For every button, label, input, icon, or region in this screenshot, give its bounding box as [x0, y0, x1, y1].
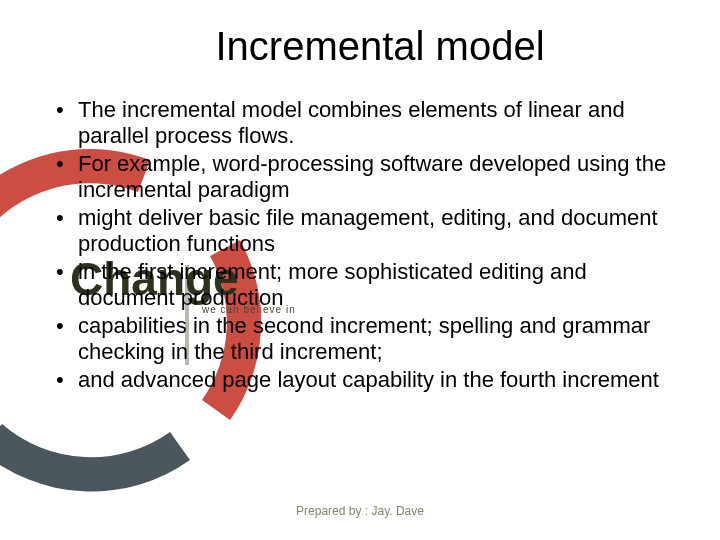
bullet-item: might deliver basic file management, edi… — [56, 205, 680, 257]
bullet-item: capabilities in the second increment; sp… — [56, 313, 680, 365]
footer-text: Prepared by : Jay. Dave — [0, 504, 720, 518]
bullet-item: and advanced page layout capability in t… — [56, 367, 680, 393]
bullet-item: in the first increment; more sophisticat… — [56, 259, 680, 311]
slide-title: Incremental model — [0, 24, 720, 69]
bullet-list: The incremental model combines elements … — [0, 97, 720, 392]
slide-content: Incremental model The incremental model … — [0, 24, 720, 392]
bullet-item: The incremental model combines elements … — [56, 97, 680, 149]
bullet-item: For example, word-processing software de… — [56, 151, 680, 203]
